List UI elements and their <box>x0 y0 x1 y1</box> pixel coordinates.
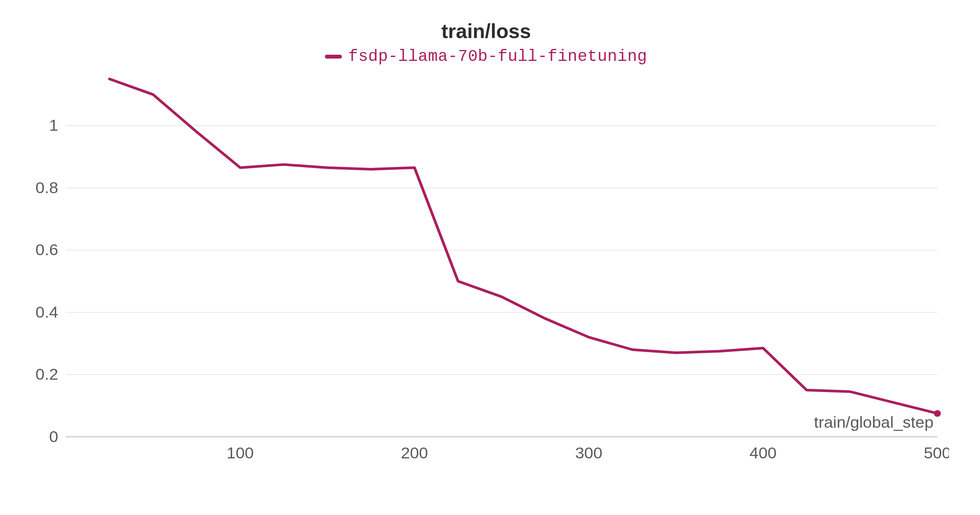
chart-svg: 00.20.40.60.81100200300400500train/globa… <box>23 75 949 478</box>
x-tick-label: 100 <box>227 444 254 462</box>
y-tick-label: 0.4 <box>36 304 58 321</box>
chart-title: train/loss <box>23 19 949 43</box>
end-marker <box>934 410 941 416</box>
y-tick-label: 0.8 <box>36 179 58 197</box>
chart-container: train/loss fsdp-llama-70b-full-finetunin… <box>0 0 980 515</box>
x-tick-label: 500 <box>924 444 949 462</box>
data-line <box>109 79 937 413</box>
x-tick-label: 400 <box>749 444 776 462</box>
x-axis-title: train/global_step <box>814 414 933 431</box>
x-tick-label: 200 <box>401 444 428 462</box>
legend-label: fsdp-llama-70b-full-finetuning <box>348 47 647 66</box>
plot-area[interactable]: 00.20.40.60.81100200300400500train/globa… <box>23 75 949 478</box>
y-tick-label: 1 <box>49 117 58 134</box>
y-tick-label: 0.6 <box>36 241 58 259</box>
legend-swatch <box>325 55 342 59</box>
y-tick-label: 0.2 <box>36 366 58 383</box>
x-tick-label: 300 <box>575 444 602 462</box>
y-tick-label: 0 <box>49 428 58 445</box>
chart-legend: fsdp-llama-70b-full-finetuning <box>23 47 949 66</box>
